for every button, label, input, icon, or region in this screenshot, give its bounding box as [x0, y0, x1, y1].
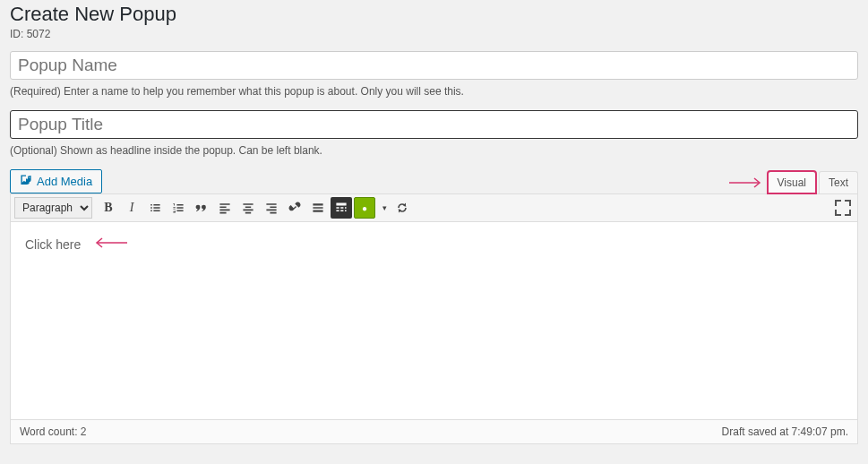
- page-title: Create New Popup: [10, 3, 858, 26]
- numbered-list-button[interactable]: [168, 197, 189, 219]
- add-media-button[interactable]: Add Media: [10, 169, 102, 193]
- editor-container: Paragraph B I ●: [10, 193, 858, 444]
- fullscreen-icon: [835, 200, 851, 216]
- align-center-button[interactable]: [237, 197, 259, 219]
- bold-button[interactable]: B: [98, 197, 119, 219]
- popup-title-hint: (Optional) Shown as headline inside the …: [10, 144, 858, 157]
- blockquote-button[interactable]: [191, 197, 212, 219]
- popup-title-input[interactable]: [10, 110, 858, 139]
- read-more-button[interactable]: [307, 197, 329, 219]
- fullscreen-button[interactable]: [832, 197, 854, 219]
- arrow-annotation-icon: [91, 236, 127, 249]
- editor-toolbar: Paragraph B I ●: [11, 194, 857, 222]
- popup-name-input[interactable]: [10, 51, 858, 80]
- tab-visual[interactable]: Visual: [768, 171, 816, 193]
- arrow-annotation-icon: [729, 176, 765, 189]
- link-button[interactable]: [284, 197, 305, 219]
- tab-text[interactable]: Text: [819, 171, 858, 193]
- italic-button[interactable]: I: [121, 197, 142, 219]
- add-media-label: Add Media: [37, 175, 92, 188]
- toolbar-toggle-button[interactable]: [331, 197, 352, 219]
- shortcode-button[interactable]: ●: [354, 197, 375, 219]
- word-count-label: Word count: 2: [20, 425, 86, 438]
- popup-name-hint: (Required) Enter a name to help you reme…: [10, 85, 858, 98]
- format-select[interactable]: Paragraph: [14, 197, 92, 219]
- align-left-button[interactable]: [214, 197, 236, 219]
- camera-music-icon: [20, 174, 32, 189]
- align-right-button[interactable]: [261, 197, 282, 219]
- editor-statusbar: Word count: 2 Draft saved at 7:49:07 pm.: [11, 419, 857, 443]
- popup-id-label: ID: 5072: [10, 28, 858, 40]
- shortcode-dropdown-button[interactable]: [377, 197, 390, 219]
- editor-body-text: Click here: [25, 237, 81, 252]
- bullet-list-button[interactable]: [144, 197, 166, 219]
- refresh-button[interactable]: [391, 197, 413, 219]
- draft-saved-label: Draft saved at 7:49:07 pm.: [722, 425, 848, 438]
- editor-content[interactable]: Click here: [11, 222, 857, 419]
